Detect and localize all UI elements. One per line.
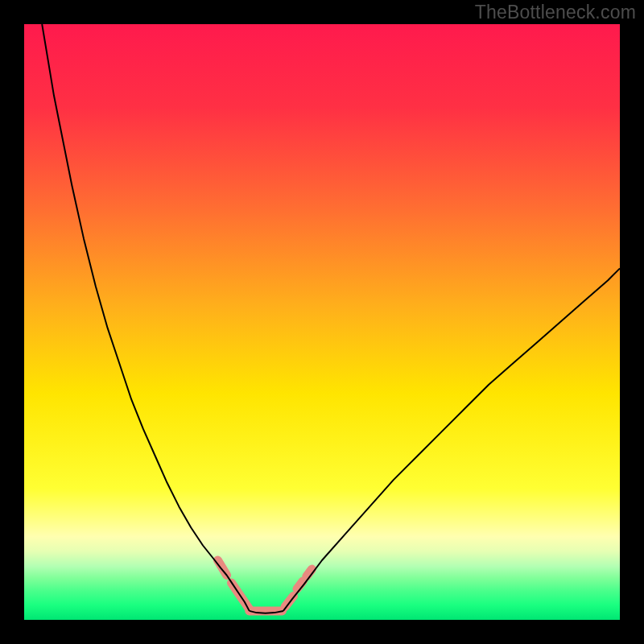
- chart-svg: [24, 24, 620, 620]
- watermark-text: TheBottleneck.com: [475, 2, 636, 23]
- chart-frame: TheBottleneck.com: [0, 0, 644, 644]
- chart-background: [24, 24, 620, 620]
- plot-area: [24, 24, 620, 620]
